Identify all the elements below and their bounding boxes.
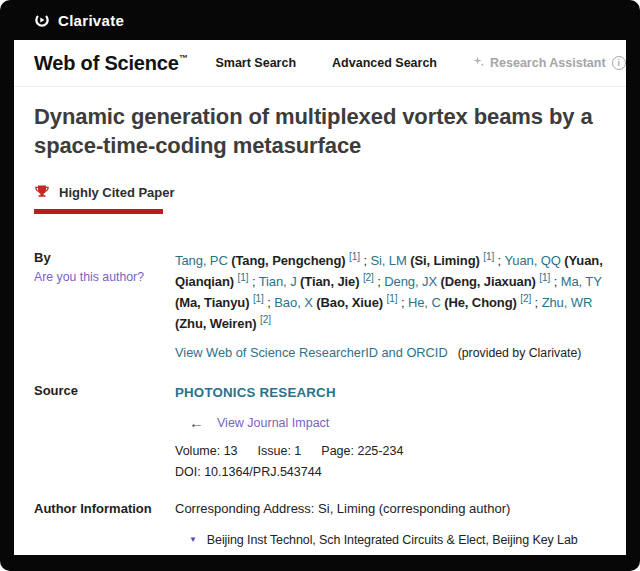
nav-research-assistant-label: Research Assistant (490, 56, 606, 70)
issue-value: Issue: 1 (258, 444, 302, 458)
web-of-science-page: Web of Science™ Smart Search Advanced Se… (14, 40, 626, 555)
author-affiliation-sup[interactable]: [2] (363, 272, 374, 283)
header-nav: Smart Search Advanced Search Research As… (215, 56, 625, 70)
author-separator: ; (531, 295, 542, 310)
page-header: Web of Science™ Smart Search Advanced Se… (14, 40, 626, 87)
author-full-name: (Deng, Jiaxuan) (437, 274, 539, 289)
nav-smart-search[interactable]: Smart Search (215, 56, 296, 70)
author-link[interactable]: Zhu, WR (542, 295, 593, 310)
info-icon: i (612, 56, 626, 70)
view-journal-impact-link[interactable]: View Journal Impact (217, 416, 329, 430)
author-affiliation-sup[interactable]: [1] (238, 272, 249, 283)
author-information-section: Author Information Corresponding Address… (14, 501, 626, 555)
author-full-name: (Tang, Pengcheng) (228, 253, 349, 268)
page-value: Page: 225-234 (321, 444, 403, 458)
author-separator: ; (397, 295, 408, 310)
source-label-column: Source (34, 383, 175, 479)
author-separator: ; (374, 274, 385, 289)
clarivate-brand: Clarivate (58, 12, 124, 29)
author-information-content-column: Corresponding Address: Si, Liming (corre… (175, 501, 606, 555)
clarivate-topbar: Clarivate (0, 0, 640, 40)
author-full-name: (Bao, Xiue) (313, 295, 387, 310)
author-separator: ; (248, 274, 258, 289)
author-full-name: (He, Chong) (441, 295, 521, 310)
author-full-name: (Tian, Jie) (297, 274, 363, 289)
author-affiliation-sup[interactable]: [1] (349, 251, 360, 262)
by-section: By Are you this author? Tang, PC (Tang, … (14, 250, 626, 360)
author-link[interactable]: Tang, PC (175, 253, 228, 268)
author-separator: ; (494, 253, 504, 268)
trophy-icon (34, 184, 50, 200)
trademark-symbol: ™ (179, 53, 188, 63)
volume-value: Volume: 13 (175, 444, 238, 458)
volume-issue-page-row: Volume: 13 Issue: 1 Page: 225-234 (175, 444, 606, 458)
are-you-this-author-link[interactable]: Are you this author? (34, 270, 144, 284)
doi-value: DOI: 10.1364/PRJ.543744 (175, 465, 606, 479)
author-affiliation-sup[interactable]: [1] (539, 272, 550, 283)
author-separator: ; (360, 253, 371, 268)
author-link[interactable]: Si, LM (370, 253, 406, 268)
nav-research-assistant[interactable]: Research Assistant i (473, 56, 626, 70)
web-of-science-logo[interactable]: Web of Science™ (34, 52, 187, 75)
author-affiliation-sup[interactable]: [2] (520, 293, 531, 304)
journal-link[interactable]: PHOTONICS RESEARCH (175, 385, 336, 400)
researcher-id-row: View Web of Science ResearcherID and ORC… (175, 345, 606, 360)
author-affiliation-sup[interactable]: [1] (483, 251, 494, 262)
source-label: Source (34, 383, 175, 398)
sparkle-icon (473, 56, 484, 70)
author-full-name: (Zhu, Weiren) (175, 316, 260, 331)
author-separator: ; (264, 295, 275, 310)
source-section: Source PHOTONICS RESEARCH ← View Journal… (14, 383, 626, 479)
author-link[interactable]: Bao, X (274, 295, 312, 310)
collapse-triangle-icon[interactable]: ▼ (189, 535, 197, 544)
author-link[interactable]: Ma, TY (561, 274, 602, 289)
researcherid-orcid-link[interactable]: View Web of Science ResearcherID and ORC… (175, 345, 448, 360)
by-label: By (34, 250, 175, 265)
author-information-label: Author Information (34, 501, 175, 516)
source-content-column: PHOTONICS RESEARCH ← View Journal Impact… (175, 383, 606, 479)
author-link[interactable]: Yuan, QQ (504, 253, 560, 268)
by-content-column: Tang, PC (Tang, Pengcheng) [1] ; Si, LM … (175, 250, 606, 360)
by-label-column: By Are you this author? (34, 250, 175, 360)
author-full-name: (Si, Liming) (407, 253, 484, 268)
highly-cited-underline (34, 209, 163, 214)
affiliation-address: ▼Beijing Inst Technol, Sch Integrated Ci… (175, 531, 606, 555)
author-link[interactable]: Deng, JX (384, 274, 437, 289)
author-link[interactable]: Tian, J (259, 274, 297, 289)
author-affiliation-sup[interactable]: [2] (260, 314, 271, 325)
web-of-science-logo-text: Web of Science (34, 52, 179, 74)
nav-advanced-search[interactable]: Advanced Search (332, 56, 437, 70)
affiliation-address-text: Beijing Inst Technol, Sch Integrated Cir… (175, 533, 578, 555)
highly-cited-label: Highly Cited Paper (59, 185, 175, 200)
author-link[interactable]: He, C (408, 295, 441, 310)
clarivate-logo-icon (34, 12, 50, 28)
author-affiliation-sup[interactable]: [1] (253, 293, 264, 304)
journal-impact-row: ← View Journal Impact (175, 415, 606, 430)
back-arrow-icon[interactable]: ← (189, 415, 204, 430)
corresponding-address: Corresponding Address: Si, Liming (corre… (175, 501, 606, 516)
highly-cited-badge: Highly Cited Paper (34, 184, 606, 200)
browser-screenshot-frame: Clarivate Web of Science™ Smart Search A… (0, 0, 640, 571)
author-full-name: (Ma, Tianyu) (175, 295, 253, 310)
provided-by-note: (provided by Clarivate) (458, 346, 582, 360)
author-information-label-column: Author Information (34, 501, 175, 555)
article-title: Dynamic generation of multiplexed vortex… (34, 103, 606, 160)
author-affiliation-sup[interactable]: [1] (387, 293, 398, 304)
author-list: Tang, PC (Tang, Pengcheng) [1] ; Si, LM … (175, 250, 606, 334)
author-separator: ; (550, 274, 561, 289)
